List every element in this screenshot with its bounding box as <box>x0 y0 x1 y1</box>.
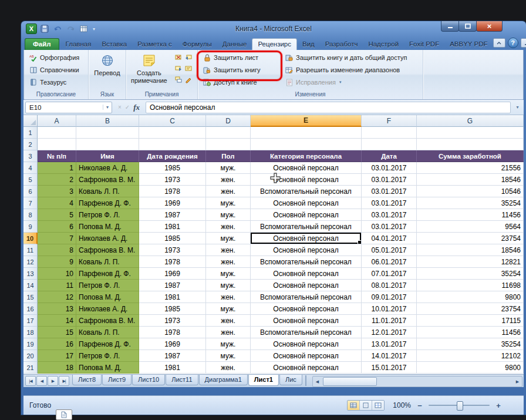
cell-E4[interactable]: Основной персонал <box>251 162 362 174</box>
cell-C3[interactable]: Дата рождения <box>139 150 206 162</box>
zoom-in-button[interactable]: + <box>494 401 503 410</box>
cell-E6[interactable]: Вспомогательный персонал <box>251 186 362 197</box>
cell-B5[interactable]: Сафронова В. М. <box>76 174 139 186</box>
name-box-dropdown-icon[interactable]: ▾ <box>103 105 112 110</box>
cell-C8[interactable]: 1987 <box>139 209 206 221</box>
cell-E1[interactable] <box>251 127 362 139</box>
cell-D21[interactable]: жен. <box>206 362 251 374</box>
cell-E17[interactable]: Основной персонал <box>251 315 362 327</box>
cell-E21[interactable]: Основной персонал <box>251 362 362 374</box>
cell-F18[interactable]: 12.01.2017 <box>362 327 417 338</box>
row-header-6[interactable]: 6 <box>23 186 38 197</box>
cell-A2[interactable] <box>38 139 76 150</box>
cell-A5[interactable]: 2 <box>38 174 76 186</box>
cell-G1[interactable] <box>417 127 524 139</box>
share-workbook-button[interactable]: Доступ к книге <box>200 76 281 88</box>
cell-F10[interactable]: 04.01.2017 <box>362 233 417 244</box>
cell-C19[interactable]: 1969 <box>139 338 206 350</box>
name-box[interactable]: E10 ▾ <box>25 102 112 113</box>
cell-B16[interactable]: Николаев А. Д. <box>76 303 139 315</box>
column-header-F[interactable]: F <box>362 115 417 127</box>
cell-D9[interactable]: жен. <box>206 221 251 233</box>
cell-B7[interactable]: Парфенов Д. Ф. <box>76 197 139 209</box>
last-sheet-icon[interactable]: ▶| <box>59 376 69 386</box>
row-header-2[interactable]: 2 <box>23 139 38 150</box>
protect-workbook-button[interactable]: Защитить книгу <box>200 64 281 76</box>
sheet-tab-Лист9[interactable]: Лист9 <box>102 375 132 385</box>
insert-function-icon[interactable]: fx <box>133 103 140 112</box>
cell-G8[interactable]: 11456 <box>417 209 524 221</box>
cell-C13[interactable]: 1969 <box>139 268 206 280</box>
row-header-1[interactable]: 1 <box>23 127 38 139</box>
cell-E20[interactable]: Основной персонал <box>251 350 362 362</box>
cell-E8[interactable]: Основной персонал <box>251 209 362 221</box>
cell-C16[interactable]: 1985 <box>139 303 206 315</box>
cell-G13[interactable]: 35254 <box>417 268 524 280</box>
cell-D1[interactable] <box>206 127 251 139</box>
cell-A11[interactable]: 8 <box>38 244 76 256</box>
page-break-view-button[interactable] <box>372 401 384 410</box>
cell-F19[interactable]: 13.01.2017 <box>362 338 417 350</box>
protect-and-share-button[interactable]: Защитить книгу и дать общий доступ <box>282 52 409 63</box>
next-comment-icon[interactable] <box>174 65 183 73</box>
new-comment-button[interactable]: Создать примечание <box>127 51 171 90</box>
cell-A18[interactable]: 15 <box>38 327 76 338</box>
cell-A10[interactable]: 7 <box>38 233 76 244</box>
protect-sheet-button[interactable]: Защитить лист <box>200 52 281 63</box>
help-button[interactable]: ? <box>508 38 518 48</box>
spelling-button[interactable]: АБ Орфография <box>26 52 87 63</box>
cell-F13[interactable]: 07.01.2017 <box>362 268 417 280</box>
track-changes-button[interactable]: Исправления ▾ <box>282 76 409 88</box>
cell-F4[interactable]: 03.01.2017 <box>362 162 417 174</box>
cell-A12[interactable]: 9 <box>38 256 76 268</box>
thesaurus-button[interactable]: Тезаурус <box>26 76 87 88</box>
cell-E16[interactable]: Основной персонал <box>251 303 362 315</box>
redo-icon[interactable] <box>65 24 76 34</box>
cell-F17[interactable]: 11.01.2017 <box>362 315 417 327</box>
cell-B3[interactable]: Имя <box>76 150 139 162</box>
cell-G18[interactable]: 11456 <box>417 327 524 338</box>
cell-B13[interactable]: Парфенов Д. Ф. <box>76 268 139 280</box>
cell-G11[interactable]: 18546 <box>417 244 524 256</box>
cell-E18[interactable]: Вспомогательный персонал <box>251 327 362 338</box>
cell-C7[interactable]: 1969 <box>139 197 206 209</box>
row-header-12[interactable]: 12 <box>23 256 38 268</box>
ribbon-tab-ABBYY PDF[interactable]: ABBYY PDF <box>444 39 493 50</box>
zoom-level[interactable]: 100% <box>393 401 411 409</box>
cell-C2[interactable] <box>139 139 206 150</box>
prev-sheet-icon[interactable]: ◀ <box>36 376 47 386</box>
row-header-20[interactable]: 20 <box>23 350 38 362</box>
cell-B11[interactable]: Сафронова В. М. <box>76 244 139 256</box>
save-icon[interactable] <box>39 24 50 34</box>
row-header-5[interactable]: 5 <box>23 174 38 186</box>
column-header-G[interactable]: G <box>417 115 524 127</box>
row-header-10[interactable]: 10 <box>23 233 38 244</box>
cell-B15[interactable]: Попова М. Д. <box>76 291 139 303</box>
ribbon-tab-Надстрой[interactable]: Надстрой <box>363 39 404 50</box>
cell-D2[interactable] <box>206 139 251 150</box>
cell-F20[interactable]: 14.01.2017 <box>362 350 417 362</box>
scroll-left-icon[interactable]: ◀ <box>313 379 322 384</box>
cell-E11[interactable]: Основной персонал <box>251 244 362 256</box>
cell-C20[interactable]: 1987 <box>139 350 206 362</box>
cell-A13[interactable]: 10 <box>38 268 76 280</box>
cell-F2[interactable] <box>362 139 417 150</box>
row-header-7[interactable]: 7 <box>23 197 38 209</box>
workbook-minimize-button[interactable] <box>521 38 526 48</box>
sheet-tab-Лис[interactable]: Лис <box>279 375 302 385</box>
sheet-tab-Лист1[interactable]: Лист1 <box>248 375 279 386</box>
cell-F1[interactable] <box>362 127 417 139</box>
column-header-C[interactable]: C <box>139 115 206 127</box>
row-header-9[interactable]: 9 <box>23 221 38 233</box>
translate-button[interactable]: Перевод <box>90 51 123 77</box>
tab-split-handle[interactable] <box>305 375 311 386</box>
cell-G16[interactable]: 23754 <box>417 303 524 315</box>
row-header-17[interactable]: 17 <box>23 315 38 327</box>
excel-logo-icon[interactable]: X <box>26 23 37 34</box>
cell-D11[interactable]: жен. <box>206 244 251 256</box>
cell-F16[interactable]: 10.01.2017 <box>362 303 417 315</box>
cell-G15[interactable]: 9800 <box>417 291 524 303</box>
minimize-ribbon-icon[interactable] <box>493 38 505 48</box>
ribbon-tab-Главная[interactable]: Главная <box>60 39 97 50</box>
row-header-11[interactable]: 11 <box>23 244 38 256</box>
